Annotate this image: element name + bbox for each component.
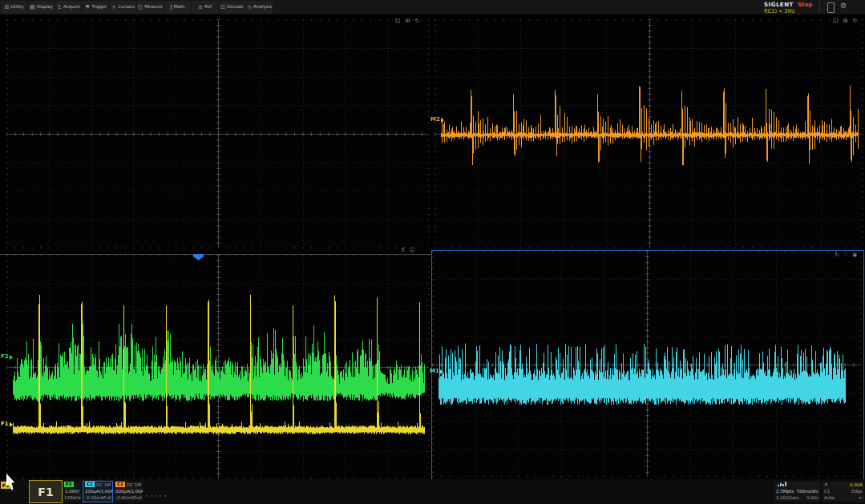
- ref-icon: ≡: [198, 5, 203, 10]
- math-icon: ƒ: [170, 5, 172, 10]
- channel-label-f2[interactable]: F2: [1, 354, 13, 360]
- f1-drag-ghost[interactable]: F1: [29, 480, 63, 503]
- record-icon[interactable]: ◉: [852, 252, 857, 258]
- analysis-icon: ∿: [247, 5, 252, 10]
- menu-label: Analysis: [253, 5, 272, 10]
- menu-label: Math: [174, 5, 185, 10]
- channel-label-m2[interactable]: M2: [430, 117, 444, 123]
- grid-icon[interactable]: ⊞: [406, 18, 410, 24]
- marker-triangle: [440, 369, 443, 374]
- trigger-descriptor[interactable]: ↱0.00A C1Edge Auto⇤: [823, 482, 864, 502]
- menu-item-decode[interactable]: ⊟Decode: [219, 1, 245, 14]
- c2-probe: 1.00A: [131, 488, 143, 494]
- label-text: M2: [430, 117, 440, 123]
- resize-icon[interactable]: ◱: [395, 18, 401, 24]
- trigger-slope-icon: ↱: [824, 482, 828, 488]
- label-text: F2: [1, 354, 9, 360]
- menu-label: Ref: [204, 5, 212, 10]
- display-icon: ▤: [30, 5, 35, 10]
- oscilloscope-app: ⊞Utility ▤Display ↥Acquire ⚑Trigger +Cur…: [0, 0, 865, 504]
- menu-item-utility[interactable]: ⊞Utility: [1, 1, 27, 14]
- c2-bandwidth: Full: [134, 494, 141, 501]
- c2-chip: C2: [115, 482, 125, 487]
- refresh-icon[interactable]: ↻: [415, 18, 420, 24]
- acquire-icon: ↥: [57, 5, 62, 10]
- panel-top-right[interactable]: [435, 19, 863, 248]
- f2-freq: 126kHz: [64, 494, 81, 501]
- trigger-mode: Auto: [824, 494, 835, 501]
- refresh-icon[interactable]: ↻: [853, 18, 858, 24]
- utility-icon: ⊞: [4, 5, 9, 10]
- phone-icon[interactable]: [827, 2, 835, 13]
- resize-icon[interactable]: ◱: [833, 18, 839, 24]
- decode-icon: ⊟: [220, 5, 225, 10]
- grid-icon[interactable]: ∷: [844, 252, 847, 258]
- timebase-descriptor[interactable]: 2.5Mpts500ns/div 1.00GSa/s0.00s: [774, 482, 820, 502]
- waveform-canvas-f1-f2: [6, 255, 430, 479]
- menu-item-measure[interactable]: ◫Measure: [137, 1, 164, 14]
- f2-scale: 1.00V/: [65, 488, 79, 494]
- menu-item-cursors[interactable]: +Cursors: [110, 1, 136, 14]
- trigger-position-icon: ⇤: [859, 494, 863, 501]
- menu-label: Cursors: [118, 5, 135, 10]
- memory-depth: 2.5Mpts: [776, 488, 794, 494]
- panel-top-left[interactable]: [6, 19, 430, 248]
- trigger-source: C1: [824, 488, 830, 494]
- descriptor-c1-selected[interactable]: C1DC 1M 200μA/1.00A -2.00mAFull: [83, 481, 113, 502]
- menu-item-acquire[interactable]: ↥Acquire: [55, 1, 82, 14]
- c2-scale: 200μA/: [115, 488, 131, 494]
- menu-bar: ⊞Utility ▤Display ↥Acquire ⚑Trigger +Cur…: [0, 0, 865, 15]
- menu-item-trigger[interactable]: ⚑Trigger: [83, 1, 109, 14]
- acquisition-status[interactable]: Stop: [798, 2, 812, 8]
- panel-controls-top-left: ◱ ⊞ ↻: [395, 18, 419, 24]
- menu-label: Display: [37, 5, 53, 10]
- c1-offset: -2.00mA: [85, 494, 103, 501]
- resize-icon[interactable]: ◱: [410, 248, 415, 253]
- cursors-icon: +: [111, 5, 116, 10]
- gear-icon[interactable]: ⚙: [840, 2, 847, 10]
- c2-offset: -2.00mA: [115, 494, 134, 501]
- menu-label: Utility: [10, 5, 23, 10]
- header-right: SIGLENT Stop f(C1) < 2Hz ⚙: [762, 0, 865, 14]
- panel-controls-bottom-right: ↻ ∷ ◉: [835, 252, 857, 258]
- channel-label-f1[interactable]: F1: [1, 421, 13, 427]
- trigger-frequency-readout: f(C1) < 2Hz: [764, 8, 794, 14]
- menu-label: Decode: [227, 5, 244, 10]
- menu-label: Trigger: [91, 5, 107, 10]
- c1-probe: 1.00A: [101, 488, 113, 494]
- scope-display: ◱ ⊞ ↻ ◱ ⊞ ↻ ⊻ ◱ ↻ ∷ ◉ M2 M1 F2 F1: [0, 15, 865, 479]
- panel-bottom-right-selected[interactable]: [431, 250, 864, 480]
- panel-controls-bottom-left: ⊻ ◱: [401, 248, 415, 253]
- menu-item-display[interactable]: ▤Display: [28, 1, 55, 14]
- marker-triangle: [441, 118, 444, 123]
- c1-chip: C1: [85, 482, 95, 487]
- memory-depth-icon: [778, 482, 786, 486]
- c1-scale: 200μA/: [85, 488, 101, 494]
- separator: [819, 2, 820, 13]
- refresh-icon[interactable]: ↻: [835, 252, 839, 258]
- descriptor-f2[interactable]: F2 1.00V/ 126kHz: [63, 482, 81, 502]
- channel-label-m1[interactable]: M1: [430, 369, 443, 374]
- measure-icon: ◫: [138, 5, 143, 10]
- menu-label: Acquire: [63, 5, 80, 10]
- waveform-canvas-m1: [432, 251, 862, 478]
- collapse-icon[interactable]: ⊻: [401, 248, 405, 253]
- trigger-delay: 0.00s: [806, 494, 819, 501]
- more-channels-ellipsis[interactable]: •••••: [146, 493, 168, 498]
- grid-canvas-top-left: [6, 19, 430, 248]
- panel-bottom-left[interactable]: [6, 255, 430, 479]
- menu-item-math[interactable]: ƒMath: [164, 1, 191, 14]
- waveform-canvas-m2: [435, 19, 863, 248]
- f2-chip: F2: [64, 482, 74, 487]
- marker-triangle: [10, 422, 13, 427]
- c2-coupling: DC 1M: [127, 482, 141, 488]
- marker-triangle: [10, 355, 13, 360]
- menu-item-ref[interactable]: ≡Ref: [192, 1, 218, 14]
- menu-item-analysis[interactable]: ∿Analysis: [246, 1, 273, 14]
- c1-coupling: DC 1M: [96, 482, 111, 488]
- trigger-level: 0.00A: [850, 482, 863, 488]
- grid-icon[interactable]: ⊞: [843, 18, 848, 24]
- c1-bandwidth: Full: [103, 494, 111, 501]
- descriptor-c2[interactable]: C2DC 1M 200μA/1.00A -2.00mAFull: [114, 482, 143, 502]
- trigger-icon: ⚑: [85, 5, 90, 10]
